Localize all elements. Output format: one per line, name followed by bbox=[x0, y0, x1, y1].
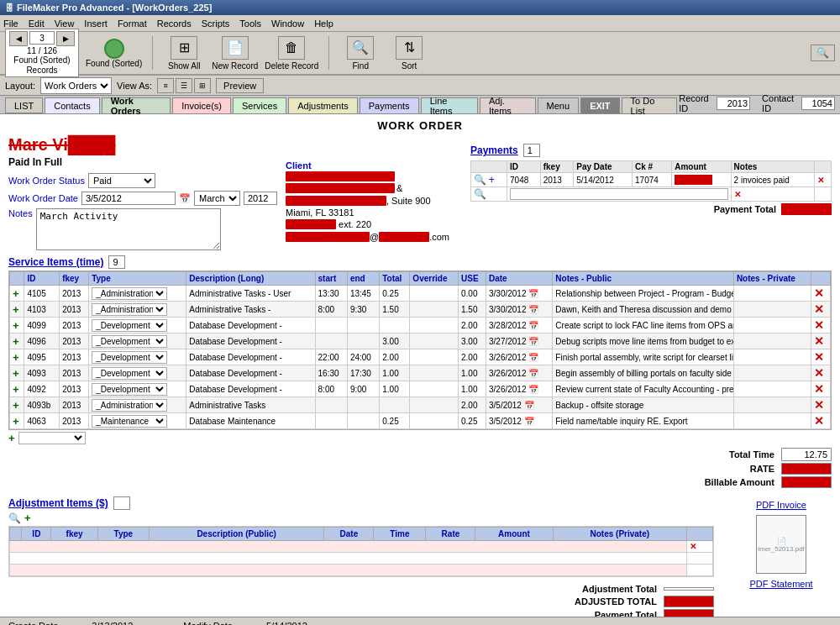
sort-button[interactable]: ⇅ Sort bbox=[388, 36, 430, 71]
svc-type-select[interactable]: _Development bbox=[92, 351, 167, 364]
svc-type-select[interactable]: _Development bbox=[92, 367, 167, 380]
svc-add[interactable]: + bbox=[10, 413, 24, 429]
svc-add[interactable]: + bbox=[10, 318, 24, 334]
record-number-input[interactable] bbox=[29, 31, 55, 45]
tab-menu[interactable]: Menu bbox=[538, 97, 580, 113]
svc-cal-icon[interactable]: 📅 bbox=[528, 321, 538, 330]
pdf-invoice-thumb[interactable]: 📄 imer_52013.pdf bbox=[756, 515, 806, 574]
tab-list[interactable]: LIST bbox=[5, 97, 43, 113]
svc-add[interactable]: + bbox=[10, 334, 24, 349]
svc-cal-icon[interactable]: 📅 bbox=[528, 369, 538, 378]
tab-exit[interactable]: EXIT bbox=[580, 97, 619, 113]
svc-cal-icon[interactable]: 📅 bbox=[528, 385, 538, 394]
table-view-button[interactable]: ⊞ bbox=[194, 78, 211, 93]
service-add-button[interactable]: + bbox=[8, 432, 15, 444]
menu-records[interactable]: Records bbox=[157, 18, 192, 29]
svc-type-select[interactable]: _Administration bbox=[92, 399, 167, 412]
show-all-button[interactable]: ⊞ Show All bbox=[163, 36, 205, 71]
svc-delete[interactable]: ✕ bbox=[811, 349, 831, 365]
pay-delete[interactable]: ✕ bbox=[814, 173, 831, 187]
adj-col-id: ID bbox=[22, 528, 51, 541]
svc-delete[interactable]: ✕ bbox=[811, 365, 831, 381]
pay-id: 7048 bbox=[507, 173, 541, 187]
svc-delete[interactable]: ✕ bbox=[811, 286, 831, 302]
svc-cal-icon[interactable]: 📅 bbox=[524, 417, 534, 426]
svc-type-select[interactable]: _Development bbox=[92, 383, 167, 396]
adj-del-1[interactable]: ✕ bbox=[687, 541, 713, 553]
next-record-button[interactable]: ▶ bbox=[56, 31, 75, 46]
tab-payments[interactable]: Payments bbox=[360, 97, 419, 113]
svc-cal-icon[interactable]: 📅 bbox=[528, 289, 538, 298]
svc-type-select[interactable]: _Administration bbox=[92, 287, 167, 300]
month-select[interactable]: March bbox=[194, 191, 240, 206]
pay-delete-2[interactable]: ✕ bbox=[731, 187, 814, 202]
adj-add-button[interactable]: + bbox=[24, 512, 31, 524]
menu-insert[interactable]: Insert bbox=[84, 18, 108, 29]
date-cal-icon[interactable]: 📅 bbox=[179, 193, 191, 204]
svc-add[interactable]: + bbox=[10, 302, 24, 318]
tab-services[interactable]: Services bbox=[233, 97, 286, 113]
tab-invoices[interactable]: Invoice(s) bbox=[172, 97, 231, 113]
svc-type-select[interactable]: _Development bbox=[92, 319, 167, 332]
new-record-button[interactable]: 📄 New Record bbox=[212, 36, 258, 71]
tab-contacts[interactable]: Contacts bbox=[45, 97, 99, 113]
pdf-invoice-link[interactable]: PDF Invoice bbox=[756, 500, 806, 510]
tab-adj-items[interactable]: Adj. Items bbox=[480, 97, 536, 113]
svc-add[interactable]: + bbox=[10, 286, 24, 302]
payments-title[interactable]: Payments bbox=[470, 144, 518, 156]
pay-empty-input[interactable] bbox=[510, 188, 728, 200]
svc-delete[interactable]: ✕ bbox=[811, 318, 831, 334]
status-select[interactable]: Paid bbox=[88, 173, 155, 188]
delete-record-button[interactable]: 🗑 Delete Record bbox=[265, 36, 318, 71]
svc-type-select[interactable]: _Maintenance bbox=[92, 415, 167, 428]
svc-cal-icon[interactable]: 📅 bbox=[524, 401, 534, 410]
svc-add[interactable]: + bbox=[10, 365, 24, 381]
tab-adjustments[interactable]: Adjustments bbox=[288, 97, 358, 113]
date-input[interactable] bbox=[81, 192, 176, 205]
notes-textarea[interactable]: March Activity bbox=[36, 208, 221, 250]
menu-window[interactable]: Window bbox=[271, 18, 304, 29]
tab-lineitems[interactable]: Line Items bbox=[421, 97, 478, 113]
form-view-button[interactable]: ≡ bbox=[157, 78, 174, 93]
svc-delete[interactable]: ✕ bbox=[811, 413, 831, 429]
tab-todo[interactable]: To Do List bbox=[622, 97, 678, 113]
contact-id-input[interactable] bbox=[801, 97, 835, 110]
svc-add[interactable]: + bbox=[10, 381, 24, 397]
pay-add-icon[interactable]: 🔍 + bbox=[471, 173, 507, 187]
year-input[interactable] bbox=[244, 192, 277, 205]
search-button[interactable]: 🔍 bbox=[811, 45, 835, 61]
svc-delete[interactable]: ✕ bbox=[811, 302, 831, 318]
record-id-input[interactable] bbox=[717, 97, 750, 110]
svc-type-select[interactable]: _Development bbox=[92, 335, 167, 348]
svc-delete[interactable]: ✕ bbox=[811, 334, 831, 349]
menu-view[interactable]: View bbox=[55, 18, 75, 29]
svc-type-select[interactable]: _Administration bbox=[92, 303, 167, 316]
list-view-button[interactable]: ☰ bbox=[176, 78, 192, 93]
menu-scripts[interactable]: Scripts bbox=[202, 18, 230, 29]
pay-add-icon-2[interactable]: 🔍 bbox=[471, 187, 507, 202]
menu-help[interactable]: Help bbox=[314, 18, 333, 29]
menu-edit[interactable]: Edit bbox=[29, 18, 45, 29]
adj-items-title[interactable]: Adjustment Items ($) bbox=[8, 497, 108, 509]
find-button[interactable]: 🔍 Find bbox=[339, 36, 381, 71]
svc-cal-icon[interactable]: 📅 bbox=[528, 305, 538, 314]
adj-search-icon[interactable]: 🔍 bbox=[8, 512, 21, 524]
svc-start: 22:00 bbox=[315, 349, 347, 365]
svc-cal-icon[interactable]: 📅 bbox=[528, 353, 538, 362]
adj-count-input[interactable] bbox=[113, 496, 130, 510]
svc-delete[interactable]: ✕ bbox=[811, 397, 831, 413]
pdf-statement-link[interactable]: PDF Statement bbox=[749, 579, 812, 589]
svc-add[interactable]: + bbox=[10, 397, 24, 413]
service-type-new[interactable] bbox=[18, 432, 86, 444]
preview-button[interactable]: Preview bbox=[216, 78, 264, 93]
svc-add[interactable]: + bbox=[10, 349, 24, 365]
menu-tools[interactable]: Tools bbox=[239, 18, 261, 29]
menu-format[interactable]: Format bbox=[118, 18, 147, 29]
service-items-title[interactable]: Service Items (time) bbox=[8, 256, 103, 268]
tab-workorders[interactable]: Work Orders bbox=[102, 97, 171, 113]
prev-record-button[interactable]: ◀ bbox=[9, 31, 28, 46]
menu-file[interactable]: File bbox=[3, 18, 18, 29]
layout-select[interactable]: Work Orders bbox=[40, 77, 112, 94]
svc-cal-icon[interactable]: 📅 bbox=[528, 337, 538, 346]
svc-delete[interactable]: ✕ bbox=[811, 381, 831, 397]
